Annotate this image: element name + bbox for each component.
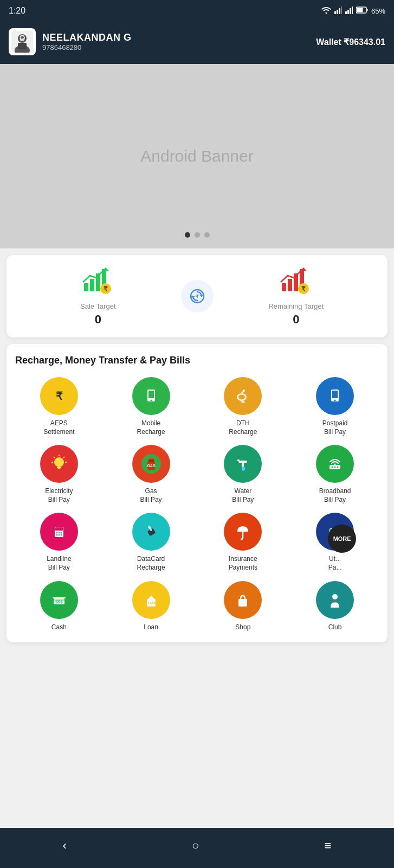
sale-target-label: Sale Target: [80, 302, 116, 310]
sale-target-icon: ₹: [82, 266, 114, 298]
remaining-target: ₹ Remaining Target 0: [214, 266, 379, 327]
svg-rect-78: [55, 527, 63, 531]
shop-icon: [224, 581, 262, 619]
service-postpaid[interactable]: PostpaidBill Pay: [291, 377, 379, 436]
loan-label: Loan: [144, 623, 158, 632]
service-water[interactable]: WaterBill Pay: [199, 445, 287, 504]
services-title: Recharge, Money Transfer & Pay Bills: [15, 355, 379, 366]
target-card: ₹ Sale Target 0 ₹: [7, 255, 387, 337]
svg-text:₹: ₹: [104, 285, 108, 293]
svg-rect-6: [350, 8, 351, 14]
avatar: [9, 28, 36, 55]
service-utility[interactable]: MORE Ut...Pa...: [291, 513, 379, 572]
remaining-target-value: 0: [293, 312, 299, 327]
dth-icon: [224, 377, 262, 415]
svg-point-52: [334, 400, 336, 401]
svg-point-72: [332, 467, 333, 468]
svg-point-74: [337, 467, 339, 468]
svg-text:GAS: GAS: [147, 464, 156, 468]
svg-rect-9: [366, 9, 367, 11]
aeps-label: AEPSSettlement: [43, 419, 74, 436]
svg-text:₹: ₹: [196, 294, 199, 299]
service-datacard[interactable]: DataCardRecharge: [107, 513, 195, 572]
remaining-target-label: Remaining Target: [268, 302, 324, 310]
status-bar: 1:20 65%: [0, 0, 394, 22]
remaining-target-icon: ₹: [280, 266, 312, 298]
svg-line-56: [63, 457, 64, 458]
utility-label: Ut...Pa...: [328, 555, 342, 572]
mobile-recharge-label: MobileRecharge: [137, 419, 165, 436]
dot-3[interactable]: [204, 232, 210, 238]
service-broadband[interactable]: BroadbandBill Pay: [291, 445, 379, 504]
utility-icon: MORE: [316, 513, 354, 551]
service-cash[interactable]: $$$ Cash: [15, 581, 103, 632]
service-aeps[interactable]: ₹ AEPSSettlement: [15, 377, 103, 436]
water-icon: [224, 445, 262, 483]
svg-rect-5: [347, 10, 349, 14]
datacard-label: DataCardRecharge: [137, 555, 165, 572]
service-landline[interactable]: LandlineBill Pay: [15, 513, 103, 572]
svg-text:₹: ₹: [55, 390, 62, 402]
svg-point-68: [242, 467, 245, 471]
svg-rect-2: [339, 8, 340, 14]
postpaid-label: PostpaidBill Pay: [322, 419, 348, 436]
home-button[interactable]: ○: [181, 834, 210, 857]
services-card: Recharge, Money Transfer & Pay Bills ₹ A…: [7, 344, 387, 642]
svg-rect-3: [341, 7, 342, 14]
svg-rect-104: [53, 597, 66, 598]
water-label: WaterBill Pay: [232, 487, 254, 504]
datacard-icon: [132, 513, 170, 551]
service-dth[interactable]: DTHRecharge: [199, 377, 287, 436]
svg-text:₹: ₹: [301, 285, 306, 293]
svg-point-46: [243, 390, 245, 392]
banner-text: Android Banner: [140, 147, 253, 165]
svg-point-73: [334, 467, 336, 468]
service-electricity[interactable]: ElectricityBill Pay: [15, 445, 103, 504]
svg-rect-40: [148, 391, 154, 398]
header: NEELAKANDAN G 9786468280 Wallet ₹96343.0…: [0, 22, 394, 64]
wifi-icon: [321, 7, 331, 16]
banner-section[interactable]: Android Banner: [0, 64, 394, 248]
menu-button[interactable]: ≡: [314, 834, 343, 857]
service-loan[interactable]: LOAN Loan: [107, 581, 195, 632]
svg-rect-30: [288, 279, 292, 291]
refresh-button[interactable]: ₹: [181, 280, 214, 312]
svg-text:LOAN: LOAN: [146, 601, 157, 605]
dth-label: DTHRecharge: [229, 419, 257, 436]
broadband-icon: [316, 445, 354, 483]
svg-point-44: [238, 395, 245, 400]
svg-rect-29: [282, 283, 286, 291]
gas-label: GasBill Pay: [140, 487, 162, 504]
svg-point-80: [58, 532, 60, 534]
svg-point-75: [334, 464, 336, 465]
user-info-section: NEELAKANDAN G 9786468280: [9, 28, 132, 55]
cash-icon: $$$: [40, 581, 78, 619]
service-insurance[interactable]: InsurancePayments: [199, 513, 287, 572]
svg-rect-109: [238, 599, 247, 607]
insurance-icon: [224, 513, 262, 551]
gas-icon: GAS: [132, 445, 170, 483]
svg-point-88: [150, 529, 152, 531]
back-button[interactable]: ‹: [52, 834, 77, 857]
service-mobile-recharge[interactable]: MobileRecharge: [107, 377, 195, 436]
insurance-label: InsurancePayments: [229, 555, 257, 572]
service-gas[interactable]: GAS GasBill Pay: [107, 445, 195, 504]
landline-label: LandlineBill Pay: [47, 555, 71, 572]
more-button[interactable]: MORE: [328, 525, 356, 553]
mobile-recharge-icon: [132, 377, 170, 415]
svg-line-57: [54, 457, 55, 458]
svg-rect-66: [238, 461, 247, 463]
dot-1[interactable]: [185, 232, 190, 238]
svg-rect-19: [90, 279, 94, 291]
club-label: Club: [328, 623, 342, 632]
club-icon: [316, 581, 354, 619]
postpaid-icon: [316, 377, 354, 415]
user-name: NEELAKANDAN G: [42, 32, 132, 43]
service-club[interactable]: Club: [291, 581, 379, 632]
dot-2[interactable]: [195, 232, 200, 238]
service-shop[interactable]: Shop: [199, 581, 287, 632]
bottom-nav: ‹ ○ ≡: [0, 828, 394, 868]
user-phone: 9786468280: [42, 43, 132, 52]
wallet-amount: Wallet ₹96343.01: [316, 37, 385, 47]
loan-icon: LOAN: [132, 581, 170, 619]
